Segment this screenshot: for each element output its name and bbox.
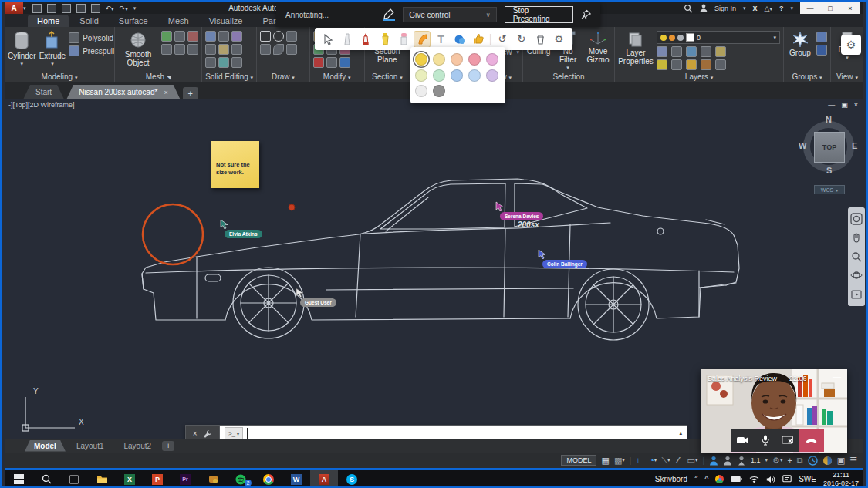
- app-menu-caret-icon[interactable]: ▾: [23, 5, 26, 12]
- solid-tool-icon[interactable]: [205, 57, 216, 68]
- autocad-menu-button[interactable]: A: [5, 2, 23, 14]
- powerpoint-button[interactable]: P: [144, 470, 171, 488]
- move-gizmo-button[interactable]: Move Gizmo: [585, 29, 611, 64]
- viewcube-west[interactable]: W: [799, 141, 806, 150]
- dynamic-input-icon[interactable]: ▭▾: [687, 456, 697, 466]
- taskbar-search-button[interactable]: [32, 470, 60, 488]
- color-pen-tool[interactable]: [414, 31, 431, 48]
- polar-tracking-icon[interactable]: ◔▾: [649, 456, 657, 465]
- panel-label-solid-editing[interactable]: Solid Editing ▾: [202, 72, 256, 82]
- draw-tool-icon[interactable]: [260, 44, 271, 55]
- help-icon[interactable]: ?: [779, 5, 784, 12]
- solid-tool-icon[interactable]: [218, 44, 229, 55]
- a360-icon[interactable]: △▾: [765, 5, 772, 12]
- modify-tool-icon[interactable]: [339, 57, 350, 68]
- tab-home[interactable]: Home: [28, 15, 69, 27]
- command-close-icon[interactable]: ×: [193, 429, 198, 438]
- restore-button[interactable]: □: [820, 5, 840, 12]
- panel-label-mesh[interactable]: Mesh ◥: [115, 72, 201, 82]
- excel-button[interactable]: X: [116, 470, 144, 488]
- layer-tool-icon[interactable]: [671, 46, 682, 57]
- isometric-drafting-icon[interactable]: ⟍▾: [661, 456, 670, 466]
- open-file-icon[interactable]: [47, 4, 56, 13]
- highlighter-tool[interactable]: [377, 31, 393, 48]
- solid-tool-icon[interactable]: [218, 31, 229, 42]
- viewcube-north[interactable]: N: [826, 115, 832, 124]
- save-as-icon[interactable]: [76, 4, 86, 13]
- draw-tool-icon[interactable]: [286, 44, 297, 55]
- stop-presenting-button[interactable]: Stop Presenting: [505, 6, 573, 23]
- zoom-icon[interactable]: [850, 251, 863, 263]
- camera-button[interactable]: [731, 429, 754, 452]
- layout-tab-model[interactable]: Model: [25, 440, 66, 452]
- viewcube-south[interactable]: S: [826, 166, 832, 175]
- palette-color[interactable]: [486, 69, 498, 82]
- desktop-label[interactable]: Skrivbord: [655, 475, 687, 483]
- pan-hand-icon[interactable]: [850, 232, 863, 244]
- word-button[interactable]: W: [282, 470, 310, 488]
- mesh-tool-icon[interactable]: [161, 31, 172, 42]
- autoscale-icon[interactable]: [723, 456, 732, 466]
- toolbar-chevron-icon[interactable]: »: [694, 473, 697, 480]
- search-icon[interactable]: [684, 4, 693, 13]
- layer-tool-icon[interactable]: [715, 59, 726, 70]
- toolbar-options-caret-icon[interactable]: ▾: [133, 5, 137, 12]
- draw-tool-icon[interactable]: [273, 44, 284, 55]
- panel-label-layers[interactable]: Layers ▾: [615, 72, 783, 82]
- viewport-controls-label[interactable]: -][Top][2D Wireframe]: [8, 101, 75, 109]
- draw-tool-icon[interactable]: [260, 31, 271, 42]
- sign-in-caret-icon[interactable]: ▾: [743, 5, 746, 12]
- text-tool[interactable]: T: [433, 31, 450, 48]
- select-cursor-tool[interactable]: [319, 31, 336, 48]
- redo-icon[interactable]: ↷▾: [120, 5, 128, 12]
- tab-surface[interactable]: Surface: [110, 15, 157, 27]
- chrome-tray-icon[interactable]: [715, 475, 724, 483]
- palette-color[interactable]: [486, 53, 498, 66]
- solid-tool-icon[interactable]: [205, 31, 216, 42]
- panel-label-groups[interactable]: Groups ▾: [784, 72, 830, 82]
- floating-settings-button[interactable]: ⚙: [841, 35, 861, 55]
- annotation-scale-people-icon[interactable]: [737, 456, 746, 466]
- viewport-close-icon[interactable]: ×: [854, 101, 858, 109]
- layer-tool-icon[interactable]: [715, 46, 726, 57]
- grid-display-icon[interactable]: ▦: [601, 456, 609, 466]
- video-call-window[interactable]: Sales Analysis Review 22:06 —: [701, 369, 847, 453]
- polysolid-button[interactable]: Polysolid: [69, 32, 114, 43]
- layer-properties-button[interactable]: Layer Properties: [618, 29, 654, 66]
- mesh-tool-icon[interactable]: [174, 44, 185, 55]
- palette-color[interactable]: [433, 69, 445, 82]
- cylinder-button[interactable]: Cylinder▾: [8, 29, 36, 67]
- start-button[interactable]: [5, 470, 32, 488]
- panel-label-modify[interactable]: Modify ▾: [310, 72, 364, 82]
- layer-tool-icon[interactable]: [657, 46, 667, 57]
- osnap-tracking-icon[interactable]: ∠: [675, 456, 683, 466]
- draw-tool-icon[interactable]: [273, 31, 284, 42]
- group-tool-icon[interactable]: [816, 45, 827, 56]
- file-tab-start[interactable]: Start: [23, 85, 64, 99]
- help-caret-icon[interactable]: ▾: [790, 5, 793, 12]
- show-motion-icon[interactable]: [850, 288, 863, 301]
- taskbar-clock[interactable]: 21:11 2016-02-17: [823, 471, 859, 488]
- mesh-tool-icon[interactable]: [187, 31, 198, 42]
- hardware-acceleration-icon[interactable]: [822, 456, 833, 466]
- palette-color[interactable]: [468, 69, 481, 82]
- layout-tab-layout2[interactable]: Layout2: [114, 440, 160, 452]
- language-indicator[interactable]: SWE: [799, 475, 816, 483]
- stop-screen-share-button[interactable]: [776, 429, 799, 452]
- skype-button[interactable]: S: [338, 470, 366, 488]
- palette-color[interactable]: [468, 53, 481, 66]
- panel-label-selection[interactable]: Selection: [523, 72, 614, 82]
- ortho-mode-icon[interactable]: ∟: [636, 456, 644, 465]
- hidden-icons-button[interactable]: ^: [704, 475, 708, 483]
- panel-label-draw[interactable]: Draw ▾: [257, 72, 309, 82]
- task-view-button[interactable]: [60, 470, 88, 488]
- clock-icon[interactable]: [808, 456, 818, 466]
- palette-color[interactable]: [415, 69, 427, 82]
- layer-tool-icon[interactable]: [701, 59, 711, 70]
- battery-icon[interactable]: [731, 476, 742, 483]
- layer-tool-icon[interactable]: [671, 59, 682, 70]
- solid-tool-icon[interactable]: [205, 44, 216, 55]
- modify-tool-icon[interactable]: [326, 57, 337, 68]
- viewport-minimize-icon[interactable]: —: [828, 101, 835, 109]
- mesh-tool-icon[interactable]: [174, 31, 185, 42]
